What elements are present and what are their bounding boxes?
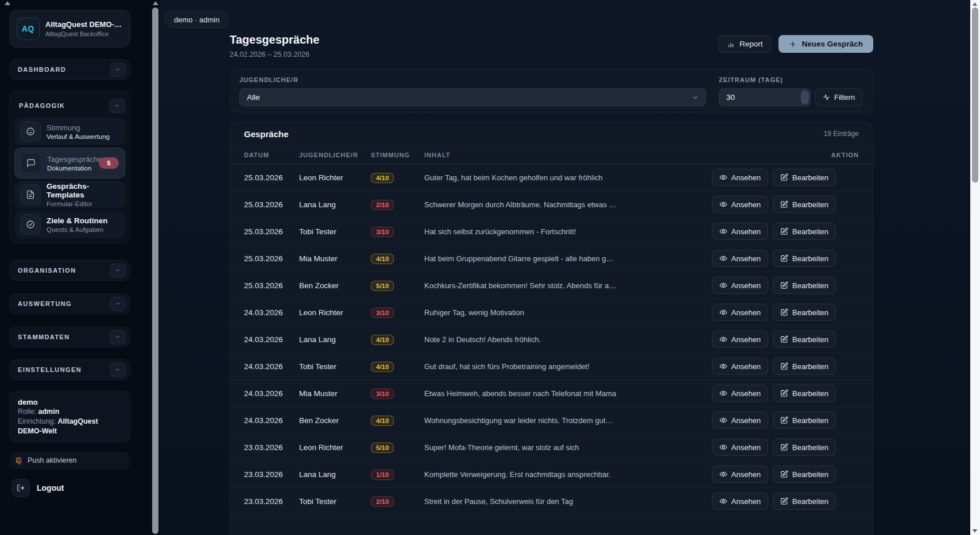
view-button[interactable]: Ansehen [712, 331, 768, 348]
table-row: 25.03.2026 Leon Richter 4/10 Guter Tag, … [230, 164, 873, 191]
plus-icon [789, 40, 797, 48]
scroll-up-arrow[interactable] [153, 1, 158, 5]
row-youth-name: Ben Zocker [299, 281, 371, 290]
sidebar-section-organisation[interactable]: ORGANISATION [9, 260, 130, 281]
logout-button[interactable]: Logout [9, 479, 130, 497]
row-date: 24.03.2026 [244, 362, 299, 371]
sidebar-section-stammdaten[interactable]: STAMMDATEN [9, 327, 130, 347]
edit-button[interactable]: Bearbeiten [773, 412, 836, 429]
view-button[interactable]: Ansehen [712, 169, 768, 186]
user-role: Rolle: admin [18, 407, 122, 417]
view-button[interactable]: Ansehen [712, 466, 768, 483]
mood-badge: 2/10 [371, 497, 394, 507]
edit-button[interactable]: Bearbeiten [773, 358, 836, 375]
eye-icon [719, 497, 727, 505]
new-conversation-button[interactable]: Neues Gespräch [778, 35, 873, 53]
scroll-up-arrow[interactable] [973, 2, 977, 6]
row-content: Super! Mofa-Theorie gelernt, war stolz a… [424, 443, 691, 452]
edit-button[interactable]: Bearbeiten [773, 331, 836, 348]
column-aktion: AKTION [691, 152, 859, 158]
item-title: Gesprächs-Templates [47, 182, 119, 199]
push-activate-button[interactable]: Push aktivieren [9, 452, 130, 469]
view-button[interactable]: Ansehen [712, 412, 768, 429]
push-label: Push aktivieren [28, 456, 76, 464]
sidebar-item-stimmung[interactable]: Stimmung Verlauf & Auswertung [14, 118, 125, 145]
view-button[interactable]: Ansehen [712, 250, 768, 267]
edit-button[interactable]: Bearbeiten [773, 250, 836, 267]
sidebar-scrollbar-thumb[interactable] [152, 7, 158, 534]
edit-icon [780, 308, 788, 316]
scroll-down-arrow[interactable] [973, 529, 977, 533]
edit-button[interactable]: Bearbeiten [773, 169, 836, 186]
sidebar-item-tagesgespraeche[interactable]: Tagesgespräche Dokumentation 5 [14, 148, 125, 179]
row-youth-name: Tobi Tester [299, 227, 371, 236]
unread-count-badge: 5 [99, 157, 119, 169]
chevron-down-icon[interactable] [110, 363, 126, 377]
view-button[interactable]: Ansehen [712, 304, 768, 321]
sidebar-item-gespraechs-templates[interactable]: Gesprächs-Templates Formular-Editor [14, 181, 125, 208]
view-button[interactable]: Ansehen [712, 277, 768, 294]
view-button[interactable]: Ansehen [712, 385, 768, 402]
row-date: 25.03.2026 [244, 254, 299, 263]
edit-button[interactable]: Bearbeiten [773, 277, 836, 294]
sidebar-item-ziele-routinen[interactable]: Ziele & Routinen Quests & Aufgaben [14, 211, 125, 238]
youth-select[interactable]: Alle [239, 88, 706, 106]
row-youth-name: Tobi Tester [299, 362, 371, 371]
brand-card[interactable]: AQ AlltagQuest DEMO-… AlltagQuest Backof… [9, 10, 130, 48]
scroll-up-nub[interactable] [5, 1, 10, 5]
edit-button[interactable]: Bearbeiten [773, 466, 836, 483]
edit-icon [780, 281, 788, 289]
period-input[interactable]: 30 [719, 88, 811, 106]
chevron-down-icon [692, 94, 699, 101]
edit-button[interactable]: Bearbeiten [773, 304, 836, 321]
smiley-icon [20, 121, 41, 142]
eye-icon [719, 200, 727, 208]
edit-icon [780, 254, 788, 262]
row-youth-name: Lana Lang [299, 470, 371, 479]
edit-button[interactable]: Bearbeiten [773, 385, 836, 402]
row-content: Guter Tag, hat beim Kochen geholfen und … [424, 173, 691, 182]
mood-badge: 5/10 [371, 281, 394, 291]
view-button[interactable]: Ansehen [712, 196, 768, 213]
row-date: 25.03.2026 [244, 281, 299, 290]
report-button[interactable]: Report [718, 35, 772, 53]
row-youth-name: Ben Zocker [299, 416, 371, 425]
chevron-down-icon[interactable] [110, 297, 126, 311]
number-spinner[interactable] [801, 90, 809, 104]
sidebar-section-einstellungen[interactable]: EINSTELLUNGEN [9, 359, 130, 380]
row-date: 24.03.2026 [244, 389, 299, 398]
youth-filter-label: JUGENDLICHE/R [239, 76, 706, 83]
edit-button[interactable]: Bearbeiten [773, 223, 836, 240]
view-button[interactable]: Ansehen [712, 439, 768, 456]
row-content: Komplette Verweigerung. Erst nachmittags… [424, 470, 691, 479]
view-button[interactable]: Ansehen [712, 223, 768, 240]
chevron-down-icon[interactable] [110, 63, 126, 77]
edit-icon [780, 362, 788, 370]
chevron-up-icon[interactable] [109, 99, 125, 113]
view-button[interactable]: Ansehen [712, 493, 768, 510]
table-row: 23.03.2026 Leon Richter 5/10 Super! Mofa… [230, 434, 873, 461]
mood-badge: 4/10 [371, 173, 394, 183]
eye-icon [719, 389, 727, 397]
filter-button[interactable]: Filtern [815, 88, 862, 106]
mood-badge: 1/10 [371, 470, 394, 480]
eye-icon [719, 335, 727, 343]
edit-button[interactable]: Bearbeiten [773, 493, 836, 510]
row-content: Hat sich selbst zurückgenommen - Fortsch… [424, 227, 691, 236]
sidebar-section-paedagogik[interactable]: PÄDAGOGIK [14, 96, 125, 115]
chat-bubble-icon [21, 153, 41, 173]
period-input-value: 30 [726, 93, 735, 102]
eye-icon [719, 416, 727, 424]
section-label: STAMMDATEN [18, 334, 70, 340]
chevron-down-icon[interactable] [110, 330, 126, 344]
section-label: ORGANISATION [18, 267, 76, 274]
row-date: 25.03.2026 [244, 227, 299, 236]
edit-icon [780, 173, 788, 181]
window-scrollbar-thumb[interactable] [972, 7, 978, 183]
edit-button[interactable]: Bearbeiten [773, 196, 836, 213]
edit-button[interactable]: Bearbeiten [773, 439, 836, 456]
chevron-down-icon[interactable] [110, 263, 126, 278]
view-button[interactable]: Ansehen [712, 358, 768, 375]
sidebar-section-auswertung[interactable]: AUSWERTUNG [9, 293, 130, 314]
sidebar-section-dashboard[interactable]: DASHBOARD [9, 59, 130, 80]
